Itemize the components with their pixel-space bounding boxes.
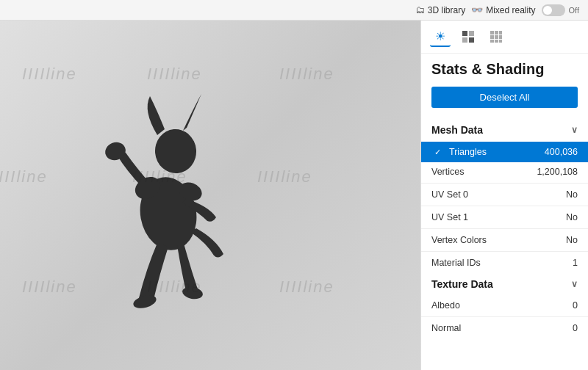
triangles-value: 400,036 <box>545 147 578 157</box>
uv-set-1-label: UV Set 1 <box>431 212 566 222</box>
shading-tab[interactable] <box>458 26 478 47</box>
triangles-label: Triangles <box>449 147 545 157</box>
mesh-data-section-header[interactable]: Mesh Data ∨ <box>421 118 588 142</box>
uv-set-0-label: UV Set 0 <box>431 189 566 200</box>
svg-rect-14 <box>490 35 494 39</box>
library-item[interactable]: 🗂 3D library <box>415 4 465 15</box>
watermark-9: IIIIline <box>279 278 334 297</box>
normal-row: Normal 0 <box>421 319 588 338</box>
mixed-reality-item[interactable]: 👓 Mixed reality <box>471 4 535 15</box>
watermark-4: IIIIline <box>0 167 48 186</box>
vertex-colors-label: Vertex Colors <box>431 235 566 245</box>
panel-title: Stats & Shading <box>421 54 588 87</box>
uv-set-0-row: UV Set 0 No <box>421 185 588 204</box>
svg-point-1 <box>153 128 198 175</box>
albedo-row: Albedo 0 <box>421 296 588 315</box>
right-panel: ☀ <box>420 21 588 370</box>
mixed-reality-label: Mixed reality <box>486 5 535 15</box>
texture-data-label: Texture Data <box>431 278 493 290</box>
toggle-off-label: Off <box>569 6 579 15</box>
svg-rect-9 <box>462 37 467 43</box>
watermark-6: IIIIline <box>257 167 312 186</box>
toggle-container[interactable]: Off <box>542 4 579 16</box>
watermark-7: IIIIline <box>22 278 77 297</box>
albedo-value: 0 <box>573 300 578 311</box>
normal-label: Normal <box>431 323 573 333</box>
vertices-value: 1,200,108 <box>537 167 578 177</box>
topbar: 🗂 3D library 👓 Mixed reality Off <box>0 0 588 21</box>
vertex-colors-row: Vertex Colors No <box>421 231 588 250</box>
lighting-tab[interactable]: ☀ <box>430 26 451 47</box>
watermark-1: IIIIline <box>22 65 77 84</box>
library-label: 3D library <box>428 5 465 15</box>
uv-set-0-value: No <box>566 189 578 200</box>
toggle-track[interactable] <box>542 4 565 16</box>
svg-rect-16 <box>499 35 502 39</box>
svg-rect-7 <box>462 31 467 36</box>
normal-value: 0 <box>573 323 578 333</box>
main-area: IIIIline IIIIline IIIIline IIIIline IIII… <box>0 21 588 370</box>
triangles-row[interactable]: Triangles 400,036 <box>421 142 588 162</box>
svg-rect-19 <box>499 40 502 43</box>
viewport[interactable]: IIIIline IIIIline IIIIline IIIIline IIII… <box>0 21 420 370</box>
grid-tab[interactable] <box>486 26 506 47</box>
svg-rect-17 <box>490 40 494 43</box>
uv-set-1-row: UV Set 1 No <box>421 208 588 227</box>
svg-rect-12 <box>495 31 498 35</box>
tab-icons-row: ☀ <box>421 21 588 54</box>
texture-data-section-header[interactable]: Texture Data ∨ <box>421 272 588 296</box>
deselect-all-button[interactable]: Deselect All <box>431 87 578 108</box>
svg-rect-8 <box>469 31 474 36</box>
material-ids-label: Material IDs <box>431 258 573 268</box>
svg-rect-10 <box>469 37 474 43</box>
mixed-reality-icon: 👓 <box>471 4 483 15</box>
toggle-thumb <box>543 6 552 15</box>
svg-rect-15 <box>495 35 498 39</box>
mesh-data-chevron: ∨ <box>571 125 578 135</box>
library-icon: 🗂 <box>415 4 425 15</box>
svg-rect-11 <box>490 31 494 35</box>
svg-point-4 <box>182 286 204 301</box>
vertices-row: Vertices 1,200,108 <box>421 162 588 181</box>
vertex-colors-value: No <box>566 235 578 245</box>
mesh-data-label: Mesh Data <box>431 124 483 136</box>
uv-set-1-value: No <box>566 212 578 222</box>
material-ids-value: 1 <box>573 258 578 268</box>
albedo-label: Albedo <box>431 300 573 311</box>
model-figure <box>87 70 249 320</box>
svg-rect-13 <box>499 31 502 35</box>
svg-rect-18 <box>495 40 498 43</box>
watermark-3: IIIIline <box>279 65 334 84</box>
vertices-label: Vertices <box>431 167 537 177</box>
triangles-checkbox[interactable] <box>431 146 443 158</box>
material-ids-row: Material IDs 1 <box>421 253 588 272</box>
texture-data-chevron: ∨ <box>571 279 578 289</box>
